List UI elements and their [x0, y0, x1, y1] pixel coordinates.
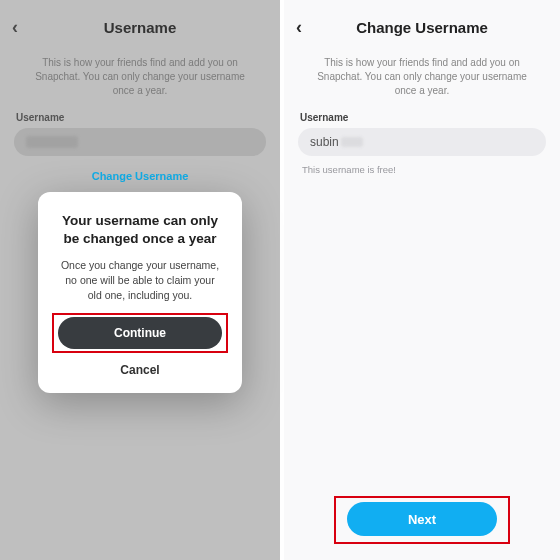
modal-body: Once you change your username, no one wi…	[54, 258, 226, 316]
field-label-username: Username	[0, 112, 280, 128]
username-input-value: subin	[310, 135, 339, 149]
username-status: This username is free!	[284, 156, 560, 183]
page-title: Change Username	[284, 19, 560, 36]
page-subtext: This is how your friends find and add yo…	[0, 48, 280, 112]
change-username-link[interactable]: Change Username	[0, 156, 280, 182]
next-button[interactable]: Next	[347, 502, 497, 536]
continue-button[interactable]: Continue	[58, 317, 222, 349]
username-field[interactable]	[14, 128, 266, 156]
confirm-modal: Your username can only be changed once a…	[38, 192, 242, 393]
topbar: ‹ Change Username	[284, 0, 560, 48]
cancel-button[interactable]: Cancel	[54, 349, 226, 377]
username-input[interactable]: subin	[298, 128, 546, 156]
page-title: Username	[0, 19, 280, 36]
redacted-suffix	[341, 137, 363, 147]
field-label-username: Username	[284, 112, 560, 128]
redacted-username	[26, 136, 78, 148]
back-icon[interactable]: ‹	[296, 17, 320, 38]
page-subtext: This is how your friends find and add yo…	[284, 48, 560, 112]
modal-title: Your username can only be changed once a…	[54, 212, 226, 258]
topbar: ‹ Username	[0, 0, 280, 48]
back-icon[interactable]: ‹	[12, 17, 36, 38]
screen-change-username: ‹ Change Username This is how your frien…	[284, 0, 560, 560]
screen-username: ‹ Username This is how your friends find…	[0, 0, 280, 560]
